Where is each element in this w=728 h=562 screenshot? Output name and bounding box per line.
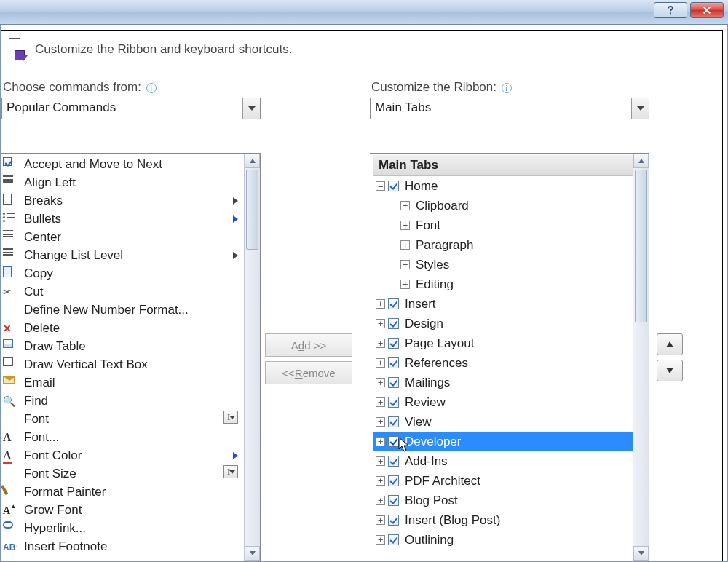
close-icon xyxy=(702,5,712,15)
titlebar xyxy=(0,0,728,25)
svg-point-0 xyxy=(670,12,671,14)
help-button[interactable] xyxy=(654,2,687,18)
close-button[interactable] xyxy=(690,2,724,18)
help-icon xyxy=(665,5,676,15)
